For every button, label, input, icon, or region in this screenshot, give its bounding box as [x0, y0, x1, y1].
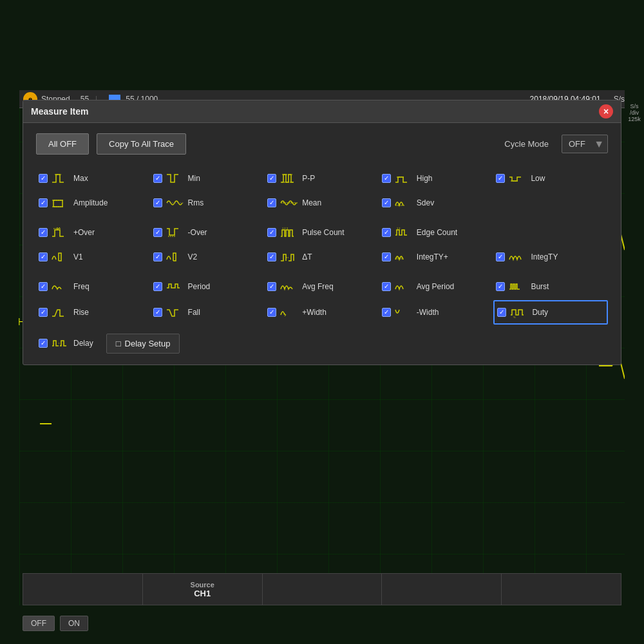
icon-mean: [279, 196, 299, 210]
cb-min: [153, 174, 162, 183]
bottom-section-4: [382, 574, 502, 605]
icon-integ: [507, 250, 528, 264]
item-min[interactable]: Min: [151, 167, 265, 189]
label-low: Low: [531, 174, 545, 183]
icon-freq: [50, 279, 71, 294]
dialog-header: Measure Item ×: [23, 100, 621, 123]
icon-rms: [165, 196, 185, 210]
item-rms[interactable]: Rms: [151, 192, 265, 214]
item-period[interactable]: Period: [151, 276, 265, 298]
item-v1[interactable]: V1: [36, 246, 151, 268]
icon-rise: [50, 305, 71, 319]
item-amplitude[interactable]: Amplitude: [36, 192, 151, 214]
icon-sdev: [393, 196, 414, 210]
label-edge-count: Edge Count: [417, 228, 457, 237]
cb-fall: [153, 308, 162, 317]
label-max: Max: [73, 174, 88, 183]
dialog-title: Measure Item: [31, 106, 88, 117]
item-freq[interactable]: Freq: [36, 276, 151, 298]
label-burst: Burst: [531, 282, 549, 291]
label-pulse-count: Pulse Count: [302, 228, 344, 237]
label-avg-period: Avg Period: [417, 282, 454, 291]
icon-amplitude: [50, 196, 71, 210]
label-fall: Fall: [188, 308, 200, 317]
label-rise: Rise: [73, 308, 89, 317]
cycle-mode-label: Cycle Mode: [504, 139, 549, 149]
measure-item-dialog: Measure Item × All OFF Copy To All Trace…: [23, 100, 621, 365]
item-width-pos[interactable]: +Width: [265, 300, 379, 325]
bottom-section-source: Source CH1: [143, 574, 263, 605]
icon-over-pos: [50, 225, 71, 240]
label-dt: ΔT: [302, 252, 312, 261]
label-amplitude: Amplitude: [73, 198, 108, 207]
row4-grid: V1 V2: [36, 246, 608, 268]
item-width-neg[interactable]: -Width: [379, 300, 494, 325]
item-over-neg[interactable]: -Over: [151, 222, 265, 243]
cb-max: [39, 174, 48, 183]
item-high[interactable]: High: [379, 167, 494, 189]
cb-edge-count: [382, 228, 391, 237]
item-integ-pos[interactable]: IntegTY+: [379, 246, 494, 268]
item-pp[interactable]: P-P: [265, 167, 379, 189]
icon-width-pos: [279, 305, 299, 319]
bottom-section-3: [263, 574, 383, 605]
row6-grid: Rise Fall: [36, 300, 608, 325]
cb-low: [496, 174, 505, 183]
item-max[interactable]: Max: [36, 167, 151, 189]
label-v1: V1: [73, 252, 83, 261]
icon-pulse-count: 1 2 3: [279, 225, 299, 240]
item-fall[interactable]: Fall: [151, 300, 265, 325]
cb-sdev: [382, 198, 391, 207]
side-right-labels: S/s /div 125k: [625, 103, 644, 122]
all-off-button[interactable]: All OFF: [36, 133, 89, 155]
item-low[interactable]: Low: [493, 167, 608, 189]
label-over-pos: +Over: [73, 228, 95, 237]
bottom-row: Delay □ Delay Setup: [36, 332, 608, 354]
item-pulse-count[interactable]: 1 2 3 Pulse Count: [265, 222, 379, 243]
icon-over-neg: [165, 225, 185, 240]
icon-pp: [279, 171, 299, 185]
source-value: CH1: [194, 589, 211, 598]
cb-period: [153, 282, 162, 291]
item-v2[interactable]: V2: [151, 246, 265, 268]
row3-grid: +Over -Over 1 2 3 Pulse Count: [36, 222, 608, 243]
item-delay[interactable]: Delay: [36, 332, 96, 354]
item-burst[interactable]: Burst: [493, 276, 608, 298]
copy-all-trace-button[interactable]: Copy To All Trace: [97, 133, 186, 155]
rate-side: 125k: [625, 116, 644, 122]
row2-empty: [493, 192, 608, 214]
sps-side: S/s: [625, 103, 644, 109]
item-rise[interactable]: Rise: [36, 300, 151, 325]
item-integ[interactable]: IntegTY: [493, 246, 608, 268]
delay-setup-label: Delay Setup: [125, 339, 171, 348]
label-width-neg: -Width: [417, 308, 439, 317]
item-avg-freq[interactable]: Avg Freq: [265, 276, 379, 298]
row3-empty: [493, 222, 608, 243]
icon-width-neg: [393, 305, 414, 319]
cb-delay: [39, 339, 48, 348]
label-integ-pos: IntegTY+: [417, 252, 448, 261]
item-dt[interactable]: ΔT: [265, 246, 379, 268]
item-over-pos[interactable]: +Over: [36, 222, 151, 243]
bottom-buttons: OFF ON: [23, 616, 88, 631]
item-sdev[interactable]: Sdev: [379, 192, 494, 214]
item-mean[interactable]: Mean: [265, 192, 379, 214]
on-button[interactable]: ON: [60, 616, 88, 631]
source-label: Source: [191, 581, 214, 589]
cycle-mode-select[interactable]: OFF ON AUTO: [562, 135, 608, 153]
icon-avg-freq: [279, 279, 299, 294]
off-button[interactable]: OFF: [23, 616, 55, 631]
bottom-status-bar: Source CH1: [23, 573, 621, 605]
item-avg-period[interactable]: Avg Period: [379, 276, 494, 298]
row5-grid: Freq Period Avg Fr: [36, 276, 608, 298]
close-button[interactable]: ×: [599, 104, 613, 118]
item-edge-count[interactable]: 1 2 Edge Count: [379, 222, 494, 243]
item-duty[interactable]: % Duty: [493, 300, 608, 325]
label-min: Min: [188, 174, 200, 183]
label-duty: Duty: [532, 308, 548, 317]
cb-rise: [39, 308, 48, 317]
icon-min: [165, 171, 185, 185]
icon-high: [393, 171, 414, 185]
delay-setup-button[interactable]: □ Delay Setup: [106, 334, 180, 354]
label-mean: Mean: [302, 198, 321, 207]
